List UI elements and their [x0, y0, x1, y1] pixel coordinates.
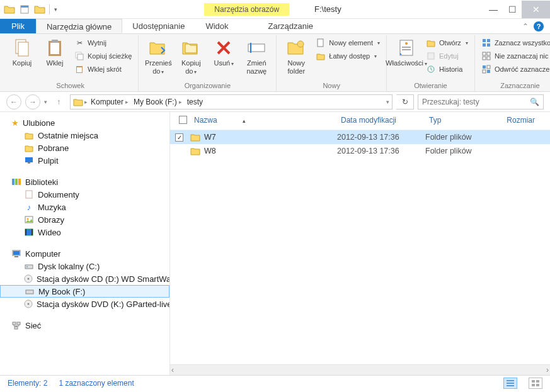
close-button[interactable]: ✕ [522, 1, 550, 18]
tree-item[interactable]: ♪Muzyka [0, 201, 169, 213]
quick-access-toolbar: ▾ [0, 3, 62, 16]
address-dropdown-icon[interactable]: ▾ [386, 99, 389, 105]
rename-button[interactable]: Zmień nazwę [241, 36, 272, 76]
desktop-icon [24, 155, 34, 165]
window-title: F:\testy [314, 4, 341, 14]
address-bar[interactable]: ▸ Komputer▸ My Book (F:)▸ testy ▾ [70, 94, 392, 109]
tree-item[interactable]: Stacja dysków CD (D:) WD SmartWare [0, 272, 169, 285]
main-split: ★Ulubione Ostatnie miejsca Pobrane Pulpi… [0, 112, 550, 375]
up-button[interactable]: ↑ [51, 94, 66, 109]
tab-share[interactable]: Udostępnianie [122, 19, 195, 33]
context-tab-label: Narzędzia obrazów [204, 3, 289, 16]
tree-item[interactable]: Pobrane [0, 142, 169, 154]
col-type[interactable]: Typ [425, 116, 501, 126]
svg-rect-23 [483, 43, 486, 47]
select-none-button[interactable]: Nie zaznaczaj nic [479, 50, 550, 62]
copy-to-button[interactable]: Kopiuj do▾ [175, 36, 207, 76]
file-row[interactable]: ✓ W7 2012-09-13 17:36 Folder plików [170, 130, 550, 144]
tab-manage[interactable]: Zarządzanie [258, 19, 324, 33]
nav-tree[interactable]: ★Ulubione Ostatnie miejsca Pobrane Pulpi… [0, 112, 170, 375]
copy-path-button[interactable]: Kopiuj ścieżkę [72, 50, 134, 62]
view-details-button[interactable] [503, 378, 517, 389]
svg-point-50 [28, 278, 30, 280]
breadcrumb-item[interactable]: My Book (F:)▸ [132, 98, 184, 106]
svg-rect-54 [13, 322, 16, 325]
svg-rect-24 [487, 43, 490, 47]
back-button[interactable]: ← [6, 94, 21, 109]
copy-button[interactable]: Kopiuj [6, 36, 38, 69]
tree-item[interactable]: Ostatnie miejsca [0, 129, 169, 142]
tree-item[interactable]: Stacja dysków DVD (K:) GParted-live [0, 298, 169, 310]
tree-item[interactable]: Pulpit [0, 154, 169, 167]
group-label: Nowy [280, 81, 382, 91]
view-icons-button[interactable] [529, 378, 542, 389]
edit-button[interactable]: Edytuj [423, 50, 471, 62]
row-checkbox[interactable]: ✓ [175, 133, 183, 142]
select-all-checkbox[interactable] [179, 116, 187, 124]
refresh-button[interactable]: ↻ [396, 94, 414, 109]
status-bar: Elementy: 2 1 zaznaczony element [0, 375, 550, 390]
delete-button[interactable]: Usuń▾ [208, 36, 239, 69]
history-dropdown-icon[interactable]: ▾ [44, 99, 47, 105]
svg-rect-57 [507, 380, 514, 381]
file-row[interactable]: W8 2012-09-13 17:36 Folder plików [170, 144, 550, 158]
new-folder-button[interactable]: Nowy folder [280, 36, 312, 76]
open-button[interactable]: Otwórz▾ [423, 36, 471, 49]
copy-path-icon [74, 51, 84, 61]
tree-item[interactable]: Dokumenty [0, 188, 169, 201]
svg-point-13 [297, 41, 304, 47]
group-new: Nowy folder Nowy element▾ Łatwy dostęp▾ … [277, 35, 387, 91]
qat-folder-icon[interactable] [3, 3, 16, 16]
paste-shortcut-button[interactable]: Wklej skrót [72, 63, 134, 76]
dvd-drive-icon [24, 299, 33, 309]
new-item-button[interactable]: Nowy element▾ [313, 36, 382, 49]
paste-button[interactable]: Wklej [39, 36, 71, 69]
edit-icon [426, 51, 436, 61]
qat-dropdown-icon[interactable]: ▾ [52, 6, 59, 13]
cut-button[interactable]: ✂Wytnij [72, 36, 134, 49]
tab-file[interactable]: Plik [0, 19, 36, 33]
svg-rect-35 [12, 179, 14, 185]
copy-icon [12, 38, 32, 58]
history-button[interactable]: Historia [423, 63, 471, 76]
select-all-button[interactable]: Zaznacz wszystko [479, 36, 550, 49]
minimize-button[interactable]: — [484, 1, 503, 18]
tree-computer[interactable]: Komputer [0, 247, 169, 260]
col-name[interactable]: Nazwa▴ [190, 116, 337, 126]
horizontal-scrollbar[interactable]: ‹› [170, 364, 550, 375]
qat-properties-icon[interactable] [18, 3, 32, 16]
move-to-button[interactable]: Przenieś do▾ [142, 36, 174, 76]
tree-favorites[interactable]: ★Ulubione [0, 117, 169, 129]
paste-icon [45, 38, 65, 58]
tab-view[interactable]: Widok [195, 19, 239, 33]
col-size[interactable]: Rozmiar [501, 116, 545, 126]
network-icon [11, 320, 21, 330]
svg-rect-19 [428, 53, 434, 59]
group-clipboard: Kopiuj Wklej ✂Wytnij Kopiuj ścieżkę Wkle… [3, 35, 139, 91]
search-box[interactable]: 🔍 [418, 94, 544, 109]
svg-rect-1 [21, 6, 28, 8]
search-input[interactable] [422, 98, 530, 106]
forward-button[interactable]: → [25, 94, 40, 109]
tree-item[interactable]: Wideo [0, 226, 169, 238]
tab-home[interactable]: Narzędzia główne [36, 19, 122, 33]
tree-item-selected[interactable]: My Book (F:) [0, 285, 169, 298]
tree-item[interactable]: Obrazy [0, 213, 169, 226]
svg-rect-12 [250, 43, 251, 53]
drive-icon [24, 261, 34, 271]
easy-access-button[interactable]: Łatwy dostęp▾ [313, 50, 382, 62]
qat-new-folder-icon[interactable] [33, 3, 47, 16]
breadcrumb-item[interactable]: Komputer▸ [89, 98, 130, 106]
tree-libraries[interactable]: Biblioteki [0, 176, 169, 188]
collapse-ribbon-icon[interactable]: ⌃ [522, 22, 529, 31]
tree-item[interactable]: Dysk lokalny (C:) [0, 260, 169, 272]
svg-rect-17 [402, 47, 411, 48]
tree-network[interactable]: Sieć [0, 319, 169, 332]
invert-selection-button[interactable]: Odwróć zaznaczenie [479, 63, 550, 76]
properties-button[interactable]: Właściwości▾ [391, 36, 422, 69]
maximize-button[interactable]: ☐ [503, 1, 522, 18]
breadcrumb-item[interactable]: testy [185, 98, 205, 106]
scissors-icon: ✂ [74, 38, 84, 48]
help-icon[interactable]: ? [534, 21, 544, 31]
col-date[interactable]: Data modyfikacji [337, 116, 425, 126]
